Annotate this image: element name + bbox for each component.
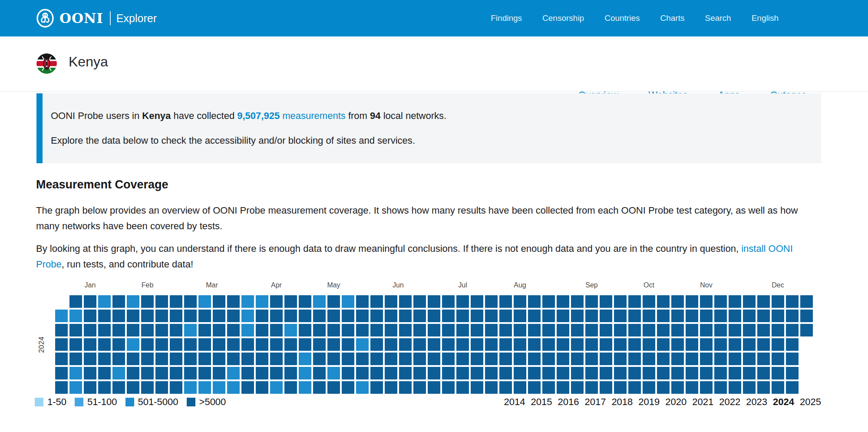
heatmap-cell[interactable] <box>686 310 698 322</box>
heatmap-cell[interactable] <box>542 367 555 379</box>
heatmap-cell[interactable] <box>628 367 641 379</box>
nav-countries[interactable]: Countries <box>604 13 640 23</box>
heatmap-cell[interactable] <box>686 353 698 365</box>
heatmap-cell[interactable] <box>256 367 268 379</box>
heatmap-cell[interactable] <box>456 324 469 336</box>
heatmap-cell[interactable] <box>327 295 340 308</box>
heatmap-cell[interactable] <box>571 338 584 351</box>
heatmap-cell[interactable] <box>241 338 254 351</box>
heatmap-cell[interactable] <box>571 310 584 322</box>
heatmap-cell[interactable] <box>657 367 670 379</box>
heatmap-cell[interactable] <box>256 353 268 365</box>
heatmap-cell[interactable] <box>542 381 555 394</box>
heatmap-cell[interactable] <box>270 324 283 336</box>
heatmap-cell[interactable] <box>657 338 670 351</box>
heatmap-cell[interactable] <box>442 310 455 322</box>
heatmap-cell[interactable] <box>227 381 240 394</box>
heatmap-cell[interactable] <box>213 338 225 351</box>
heatmap-cell[interactable] <box>227 367 240 379</box>
heatmap-cell[interactable] <box>69 310 82 322</box>
heatmap-cell[interactable] <box>643 324 655 336</box>
nav-censorship[interactable]: Censorship <box>542 13 584 23</box>
heatmap-cell[interactable] <box>686 324 698 336</box>
heatmap-cell[interactable] <box>170 381 182 394</box>
heatmap-cell[interactable] <box>485 367 498 379</box>
heatmap-cell[interactable] <box>112 367 125 379</box>
heatmap-cell[interactable] <box>356 381 369 394</box>
heatmap-cell[interactable] <box>600 381 612 394</box>
heatmap-cell[interactable] <box>557 381 569 394</box>
heatmap-cell[interactable] <box>127 310 139 322</box>
heatmap-cell[interactable] <box>241 324 254 336</box>
heatmap-cell[interactable] <box>786 367 799 379</box>
heatmap-cell[interactable] <box>786 353 799 365</box>
heatmap-cell[interactable] <box>772 353 784 365</box>
heatmap-cell[interactable] <box>198 381 211 394</box>
heatmap-cell[interactable] <box>471 310 483 322</box>
heatmap-cell[interactable] <box>184 367 197 379</box>
heatmap-cell[interactable] <box>428 353 440 365</box>
heatmap-cell[interactable] <box>514 338 526 351</box>
heatmap-cell[interactable] <box>428 381 440 394</box>
heatmap-cell[interactable] <box>385 295 397 308</box>
heatmap-cell[interactable] <box>686 367 698 379</box>
heatmap-cell[interactable] <box>370 295 383 308</box>
heatmap-cell[interactable] <box>55 353 68 365</box>
heatmap-cell[interactable] <box>600 295 612 308</box>
heatmap-cell[interactable] <box>714 381 727 394</box>
heatmap-cell[interactable] <box>356 353 369 365</box>
heatmap-cell[interactable] <box>557 338 569 351</box>
heatmap-cell[interactable] <box>385 310 397 322</box>
heatmap-cell[interactable] <box>327 381 340 394</box>
heatmap-cell[interactable] <box>342 353 354 365</box>
heatmap-cell[interactable] <box>299 353 311 365</box>
heatmap-cell[interactable] <box>772 338 784 351</box>
heatmap-cell[interactable] <box>413 310 426 322</box>
heatmap-cell[interactable] <box>385 381 397 394</box>
heatmap-cell[interactable] <box>485 324 498 336</box>
nav-search[interactable]: Search <box>705 13 731 23</box>
heatmap-cell[interactable] <box>628 310 641 322</box>
heatmap-cell[interactable] <box>514 295 526 308</box>
heatmap-cell[interactable] <box>585 295 598 308</box>
heatmap-cell[interactable] <box>729 310 741 322</box>
heatmap-cell[interactable] <box>299 381 311 394</box>
heatmap-cell[interactable] <box>256 324 268 336</box>
heatmap-cell[interactable] <box>356 295 369 308</box>
heatmap-cell[interactable] <box>600 338 612 351</box>
heatmap-cell[interactable] <box>69 367 82 379</box>
heatmap-cell[interactable] <box>686 381 698 394</box>
heatmap-cell[interactable] <box>170 367 182 379</box>
heatmap-cell[interactable] <box>786 295 799 308</box>
heatmap-cell[interactable] <box>127 295 139 308</box>
nav-findings[interactable]: Findings <box>491 13 522 23</box>
heatmap-cell[interactable] <box>213 324 225 336</box>
heatmap-cell[interactable] <box>342 310 354 322</box>
heatmap-cell[interactable] <box>428 338 440 351</box>
heatmap-cell[interactable] <box>256 310 268 322</box>
heatmap-cell[interactable] <box>112 310 125 322</box>
heatmap-cell[interactable] <box>84 310 96 322</box>
heatmap-cell[interactable] <box>657 353 670 365</box>
heatmap-cell[interactable] <box>542 338 555 351</box>
heatmap-cell[interactable] <box>127 381 139 394</box>
heatmap-cell[interactable] <box>241 367 254 379</box>
heatmap-cell[interactable] <box>141 295 154 308</box>
year-link-2018[interactable]: 2018 <box>611 396 633 408</box>
heatmap-cell[interactable] <box>456 295 469 308</box>
heatmap-cell[interactable] <box>714 310 727 322</box>
heatmap-cell[interactable] <box>614 310 627 322</box>
heatmap-cell[interactable] <box>112 295 125 308</box>
heatmap-cell[interactable] <box>84 367 96 379</box>
heatmap-cell[interactable] <box>327 324 340 336</box>
heatmap-cell[interactable] <box>84 338 96 351</box>
heatmap-cell[interactable] <box>399 324 412 336</box>
heatmap-cell[interactable] <box>284 353 297 365</box>
heatmap-cell[interactable] <box>399 381 412 394</box>
heatmap-cell[interactable] <box>657 324 670 336</box>
heatmap-cell[interactable] <box>141 310 154 322</box>
heatmap-cell[interactable] <box>514 367 526 379</box>
heatmap-cell[interactable] <box>657 381 670 394</box>
year-link-2024[interactable]: 2024 <box>773 396 794 408</box>
heatmap-cell[interactable] <box>442 381 455 394</box>
